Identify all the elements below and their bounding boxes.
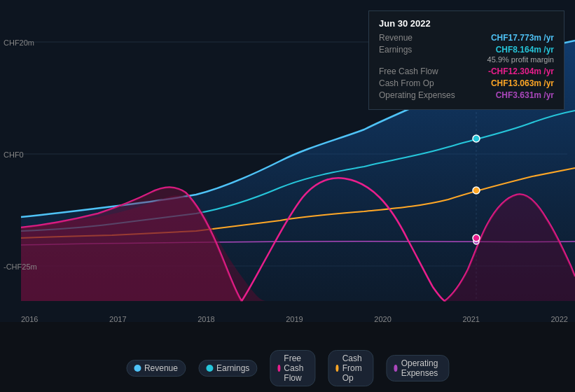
y-label-mid: CHF0 bbox=[4, 150, 24, 159]
svg-point-9 bbox=[473, 234, 480, 241]
tooltip-opex-row: Operating Expenses CHF3.631m /yr bbox=[379, 90, 554, 100]
opex-label: Operating Expenses bbox=[379, 90, 455, 100]
tooltip-revenue-row: Revenue CHF17.773m /yr bbox=[379, 33, 554, 43]
svg-point-7 bbox=[473, 187, 480, 194]
legend-earnings-label: Earnings bbox=[216, 363, 249, 373]
legend-opex[interactable]: Operating Expenses bbox=[386, 355, 449, 382]
fcf-dot bbox=[277, 365, 280, 372]
cfo-value: CHF13.063m /yr bbox=[491, 78, 554, 88]
cfo-label: Cash From Op bbox=[379, 78, 434, 88]
opex-dot bbox=[394, 365, 397, 372]
tooltip-fcf-row: Free Cash Flow -CHF12.304m /yr bbox=[379, 66, 554, 76]
x-label-2020: 2020 bbox=[374, 315, 391, 323]
revenue-label: Revenue bbox=[379, 33, 413, 43]
legend-cfo[interactable]: Cash From Op bbox=[328, 350, 373, 386]
tooltip-cfo-row: Cash From Op CHF13.063m /yr bbox=[379, 78, 554, 88]
legend-opex-label: Operating Expenses bbox=[401, 358, 441, 378]
x-label-2021: 2021 bbox=[462, 315, 479, 323]
profit-margin: 45.9% profit margin bbox=[487, 55, 554, 64]
earnings-dot bbox=[206, 365, 213, 372]
earnings-value: CHF8.164m /yr bbox=[496, 45, 554, 55]
x-label-2022: 2022 bbox=[550, 315, 567, 323]
tooltip-panel: Jun 30 2022 Revenue CHF17.773m /yr Earni… bbox=[368, 10, 564, 110]
fcf-value: -CHF12.304m /yr bbox=[488, 66, 554, 76]
y-label-bottom: -CHF25m bbox=[4, 262, 37, 271]
legend-revenue-label: Revenue bbox=[144, 363, 178, 373]
legend-fcf[interactable]: Free Cash Flow bbox=[270, 350, 315, 386]
x-label-2016: 2016 bbox=[21, 315, 38, 323]
legend-fcf-label: Free Cash Flow bbox=[284, 354, 307, 383]
legend-revenue[interactable]: Revenue bbox=[126, 360, 186, 377]
x-label-2017: 2017 bbox=[109, 315, 126, 323]
y-label-top: CHF20m bbox=[4, 38, 34, 47]
x-label-2019: 2019 bbox=[286, 315, 303, 323]
revenue-dot bbox=[134, 365, 141, 372]
chart-legend: Revenue Earnings Free Cash Flow Cash Fro… bbox=[126, 350, 449, 386]
opex-value: CHF3.631m /yr bbox=[496, 90, 554, 100]
earnings-label: Earnings bbox=[379, 45, 412, 55]
tooltip-earnings-row: Earnings CHF8.164m /yr 45.9% profit marg… bbox=[379, 45, 554, 64]
tooltip-date: Jun 30 2022 bbox=[379, 18, 554, 29]
x-label-2018: 2018 bbox=[198, 315, 214, 323]
cfo-dot bbox=[335, 365, 338, 372]
legend-earnings[interactable]: Earnings bbox=[198, 360, 257, 377]
revenue-value: CHF17.773m /yr bbox=[491, 33, 554, 43]
legend-cfo-label: Cash From Op bbox=[342, 354, 366, 383]
svg-point-6 bbox=[473, 135, 480, 142]
fcf-label: Free Cash Flow bbox=[379, 66, 438, 76]
